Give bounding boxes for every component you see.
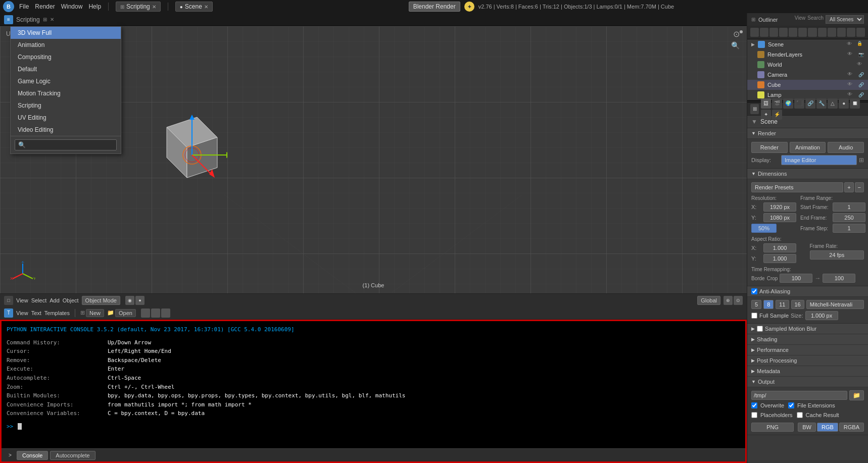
aa-16-btn[interactable]: 16 <box>791 300 804 309</box>
viewport-shading-btn[interactable]: ◉ <box>125 296 134 305</box>
display-select[interactable]: Image Editor <box>781 155 857 165</box>
eye-btn-lamp[interactable]: 👁 <box>847 91 854 98</box>
dropdown-item-default[interactable]: Default <box>11 63 121 75</box>
dropdown-item-compositing[interactable]: Compositing <box>11 51 121 63</box>
dropdown-item-animation[interactable]: Animation <box>11 39 121 51</box>
object-prop-btn[interactable]: ⬛ <box>794 98 804 109</box>
motion-blur-header[interactable]: ▶ Sampled Motion Blur <box>747 324 868 334</box>
outliner-scenes-select[interactable]: All Scenes <box>826 15 864 24</box>
console-area[interactable]: PYTHON INTERACTIVE CONSOLE 3.5.2 (defaul… <box>0 320 747 463</box>
outliner-icon-11[interactable] <box>847 28 855 37</box>
search-input[interactable] <box>15 139 117 150</box>
console-prompt-line[interactable]: >> <box>2 422 745 431</box>
aa-size-input[interactable]: 1.000 px <box>805 311 838 320</box>
time-new-input[interactable]: 100 <box>823 274 855 283</box>
dropdown-item-videoediting[interactable]: Video Editing <box>11 124 121 136</box>
proportional-btn[interactable]: ⊙ <box>734 296 743 305</box>
viewport-options-btn[interactable]: ⊙ <box>733 29 740 39</box>
res-x-input[interactable]: 1920 px <box>763 202 796 212</box>
menu-help[interactable]: Help <box>88 3 101 10</box>
aa-section-header[interactable]: Anti-Aliasing <box>747 286 868 297</box>
outliner-item-cube[interactable]: Cube 👁 🔗 <box>747 80 868 90</box>
metadata-header[interactable]: ▶ Metadata <box>747 366 868 377</box>
frame-step-input[interactable]: 1 <box>833 224 865 233</box>
viewport-solid-btn[interactable]: ● <box>135 296 144 305</box>
outliner-icon-10[interactable] <box>837 28 846 37</box>
lock-btn-scene[interactable]: 🔒 <box>857 41 864 48</box>
placeholders-checkbox[interactable] <box>751 412 757 418</box>
outliner-icon-9[interactable] <box>828 28 836 37</box>
view-menu[interactable]: View <box>16 297 28 303</box>
eye-btn-camera[interactable]: 👁 <box>847 71 854 78</box>
outliner-icon-1[interactable] <box>750 28 759 37</box>
lamp-link-btn[interactable]: 🔗 <box>858 92 864 97</box>
texture-prop-btn[interactable]: 🔲 <box>850 98 860 109</box>
audio-button[interactable]: Audio <box>828 142 864 153</box>
outliner-item-scene[interactable]: ▶ Scene 👁 🔒 <box>747 39 868 49</box>
display-expand-btn[interactable]: ⊞ <box>859 157 864 164</box>
overwrite-checkbox[interactable] <box>751 402 757 408</box>
percent-input[interactable]: 50% <box>751 224 777 233</box>
outliner-icon-8[interactable] <box>818 28 827 37</box>
eye-btn-cube[interactable]: 👁 <box>847 81 854 88</box>
close-workspace-btn[interactable]: ✕ <box>50 17 54 22</box>
text-menu-text[interactable]: Text <box>31 310 41 316</box>
aa-type-select[interactable]: Mitchell-Netravali <box>806 300 864 309</box>
outliner-item-renderlayers[interactable]: RenderLayers 👁 📷 <box>747 49 868 60</box>
render-presets-btn[interactable]: Render Presets <box>751 182 843 192</box>
constraint-prop-btn[interactable]: 🔗 <box>805 98 815 109</box>
aa-checkbox[interactable] <box>751 288 757 294</box>
menu-render[interactable]: Render <box>35 3 55 10</box>
outliner-view-btn[interactable]: View <box>795 15 806 24</box>
object-mode-select[interactable]: Object Mode <box>82 296 120 305</box>
material-prop-btn[interactable]: ● <box>839 98 849 109</box>
toolbar-icon-2[interactable] <box>151 308 160 318</box>
toolbar-icon-3[interactable] <box>161 308 170 318</box>
eye-btn-world[interactable]: 👁 <box>857 61 864 68</box>
presets-add-btn[interactable]: + <box>844 182 853 192</box>
outliner-icon-12[interactable] <box>856 28 865 37</box>
aspect-x-input[interactable]: 1.000 <box>763 243 796 252</box>
select-menu[interactable]: Select <box>31 297 47 303</box>
eye-btn-renderlayers[interactable]: 👁 <box>847 51 854 58</box>
post-processing-header[interactable]: ▶ Post Processing <box>747 355 868 366</box>
file-extensions-checkbox[interactable] <box>788 402 794 408</box>
dropdown-item-3dviewfull[interactable]: 3D View Full <box>11 27 121 39</box>
snap-btn[interactable]: ⊕ <box>724 296 733 305</box>
outliner-icon-5[interactable] <box>789 28 797 37</box>
format-select[interactable]: PNG <box>751 423 794 432</box>
menu-window[interactable]: Window <box>61 3 83 10</box>
dropdown-item-gamelogic[interactable]: Game Logic <box>11 75 121 87</box>
render-engine[interactable]: Blender Render <box>409 2 460 12</box>
aa-5-btn[interactable]: 5 <box>751 300 761 309</box>
expand-btn[interactable]: ⊞ <box>43 17 47 22</box>
data-prop-btn[interactable]: △ <box>828 98 838 109</box>
cube-link-btn[interactable]: 🔗 <box>858 82 864 87</box>
scripting-label[interactable]: Scripting <box>126 3 150 10</box>
end-frame-input[interactable]: 250 <box>833 213 865 222</box>
render-icon-btn[interactable]: 📷 <box>858 52 864 57</box>
output-browse-btn[interactable]: 📁 <box>849 390 864 400</box>
dropdown-item-uvediting[interactable]: UV Editing <box>11 112 121 124</box>
object-menu[interactable]: Object <box>63 297 79 303</box>
outliner-item-camera[interactable]: Camera 👁 🔗 <box>747 70 868 80</box>
world-prop-btn[interactable]: 🌍 <box>783 98 793 109</box>
outliner-search-btn[interactable]: Search <box>807 15 824 24</box>
full-sample-checkbox[interactable] <box>751 313 757 319</box>
render-section-header[interactable]: ▼ Render <box>747 128 868 139</box>
console-tab[interactable]: Console <box>17 451 48 460</box>
open-button[interactable]: Open <box>115 309 136 317</box>
new-button[interactable]: New <box>86 309 104 317</box>
presets-del-btn[interactable]: − <box>855 182 864 192</box>
modifier-prop-btn[interactable]: 🔧 <box>816 98 827 109</box>
scene-prop-btn[interactable]: 🎬 <box>772 98 782 109</box>
templates-menu-text[interactable]: Templates <box>44 310 70 316</box>
render-button[interactable]: Render <box>751 142 788 153</box>
global-select[interactable]: Global <box>697 296 720 305</box>
cache-result-checkbox[interactable] <box>797 412 803 418</box>
props-scene-btn[interactable]: ⊞ <box>750 104 759 114</box>
toolbar-icon-1[interactable] <box>141 308 150 318</box>
animation-button[interactable]: Animation <box>790 142 826 153</box>
rgba-btn[interactable]: RGBA <box>839 423 864 432</box>
aspect-y-input[interactable]: 1.000 <box>763 254 796 263</box>
